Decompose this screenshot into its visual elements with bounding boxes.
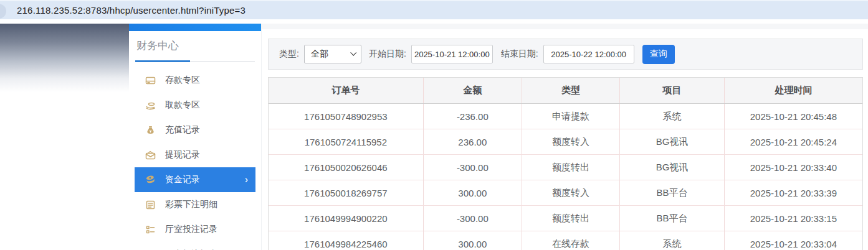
table-row: 1761050018269757 300.00 额度转入 BB平台 2025-1… [269, 180, 862, 206]
table-body: 1761050748902953 -236.00 申请提款 系统 2025-10… [269, 104, 862, 250]
deposit-card-icon [145, 75, 156, 86]
browser-button-partial-icon [0, 4, 6, 19]
cell-process-time: 2025-10-21 20:33:15 [725, 206, 862, 231]
header-order-no: 订单号 [269, 78, 424, 103]
sidebar-item-withdraw-zone[interactable]: 取款专区 [135, 93, 255, 118]
cell-process-time: 2025-10-21 20:33:04 [725, 231, 862, 250]
chevron-right-icon: › [245, 175, 248, 185]
type-select-value: 全部 [311, 49, 328, 60]
filter-bar: 类型: 全部 开始日期: 结束日期: 查询 [268, 39, 863, 70]
withdraw-hand-icon [145, 100, 156, 111]
cell-type: 额度转出 [522, 155, 620, 180]
sidebar-item-label: 取款专区 [165, 100, 200, 111]
cell-project: BB平台 [620, 206, 725, 231]
sidebar-item-label: 资金记录 [165, 174, 200, 185]
main-content: 类型: 全部 开始日期: 结束日期: 查询 订单号 金额 类型 项目 处理时间 … [262, 19, 868, 250]
cell-type: 在线存款 [522, 231, 620, 250]
cell-project: BG视讯 [620, 155, 725, 180]
table-row: 1761050724115952 236.00 额度转入 BG视讯 2025-1… [269, 129, 862, 155]
sidebar-item-player-bet-report[interactable]: 玩家投注报表 [135, 242, 255, 250]
header-process-time: 处理时间 [725, 78, 862, 103]
table-row: 1761050020626046 -300.00 额度转出 BG视讯 2025-… [269, 155, 862, 180]
sidebar-item-lottery-bet-details[interactable]: 彩票下注明细 [135, 192, 255, 217]
type-filter-label: 类型: [279, 49, 299, 60]
url-text: 216.118.235.52:8783/hhcp/usercenter.html… [17, 5, 246, 16]
table-row: 1761049984225460 300.00 在线存款 系统 2025-10-… [269, 231, 862, 250]
cell-project: BG视讯 [620, 129, 725, 154]
sidebar-item-label: 厅室投注记录 [165, 224, 217, 235]
sidebar-finance-center: 财务中心 存款专区 取款专区 充值记录 [129, 24, 262, 250]
sidebar-header: 财务中心 [129, 31, 261, 62]
cell-project: 系统 [620, 104, 725, 129]
cell-project: BB平台 [620, 180, 725, 205]
cell-type: 额度转入 [522, 180, 620, 205]
sidebar-blue-banner [129, 24, 261, 31]
cell-amount: 236.00 [424, 129, 522, 154]
cell-amount: -300.00 [424, 155, 522, 180]
cell-process-time: 2025-10-21 20:45:24 [725, 129, 862, 154]
document-icon [145, 200, 156, 210]
sidebar-title-underline [135, 60, 255, 62]
cell-type: 额度转出 [522, 206, 620, 231]
end-date-label: 结束日期: [501, 49, 538, 60]
cell-order-no: 1761050020626046 [269, 155, 424, 180]
table-row: 1761049994900220 -300.00 额度转出 BB平台 2025-… [269, 206, 862, 231]
cell-type: 申请提款 [522, 104, 620, 129]
search-button[interactable]: 查询 [642, 45, 675, 64]
cell-order-no: 1761049994900220 [269, 206, 424, 231]
cell-project: 系统 [620, 231, 725, 250]
browser-url-bar[interactable]: 216.118.235.52:8783/hhcp/usercenter.html… [0, 0, 868, 19]
cell-amount: -300.00 [424, 206, 522, 231]
page-root: 财务中心 存款专区 取款专区 充值记录 [0, 19, 868, 250]
coins-icon [145, 175, 156, 185]
sidebar-item-funds-records[interactable]: 资金记录 › [135, 167, 255, 192]
cell-type: 额度转入 [522, 129, 620, 154]
cell-process-time: 2025-10-21 20:45:48 [725, 104, 862, 129]
sidebar-item-label: 彩票下注明细 [165, 199, 217, 210]
sidebar-item-withdrawal-records[interactable]: 提现记录 [135, 142, 255, 167]
sidebar-title: 财务中心 [135, 39, 255, 53]
cell-order-no: 1761050018269757 [269, 180, 424, 205]
chevron-down-icon [350, 50, 356, 56]
cell-process-time: 2025-10-21 20:33:40 [725, 155, 862, 180]
type-select[interactable]: 全部 [304, 45, 361, 63]
list-icon [145, 225, 156, 235]
end-date-input[interactable] [543, 45, 634, 63]
table-row: 1761050748902953 -236.00 申请提款 系统 2025-10… [269, 104, 862, 129]
start-date-label: 开始日期: [369, 49, 406, 60]
cell-amount: 300.00 [424, 180, 522, 205]
header-type: 类型 [522, 78, 620, 103]
sidebar-menu: 存款专区 取款专区 充值记录 提现记录 [129, 62, 261, 250]
sidebar-item-recharge-records[interactable]: 充值记录 [135, 118, 255, 142]
cell-process-time: 2025-10-21 20:33:39 [725, 180, 862, 205]
money-bag-icon [145, 125, 156, 136]
cell-order-no: 1761049984225460 [269, 231, 424, 250]
header-amount: 金额 [424, 78, 522, 103]
sidebar-item-label: 存款专区 [165, 75, 200, 86]
sidebar-item-deposit-zone[interactable]: 存款专区 [135, 68, 255, 93]
table-header-row: 订单号 金额 类型 项目 处理时间 [269, 78, 862, 104]
funds-records-table: 订单号 金额 类型 项目 处理时间 1761050748902953 -236.… [268, 77, 863, 250]
sidebar-item-hall-bet-records[interactable]: 厅室投注记录 [135, 217, 255, 242]
wallet-icon [145, 150, 156, 160]
start-date-input[interactable] [411, 45, 493, 63]
page-background-gradient [0, 24, 129, 92]
cell-amount: 300.00 [424, 231, 522, 250]
sidebar-item-label: 提现记录 [165, 149, 200, 160]
header-project: 项目 [620, 78, 725, 103]
cell-order-no: 1761050724115952 [269, 129, 424, 154]
content-top-strip [262, 24, 868, 29]
cell-amount: -236.00 [424, 104, 522, 129]
sidebar-item-label: 充值记录 [165, 124, 200, 136]
cell-order-no: 1761050748902953 [269, 104, 424, 129]
